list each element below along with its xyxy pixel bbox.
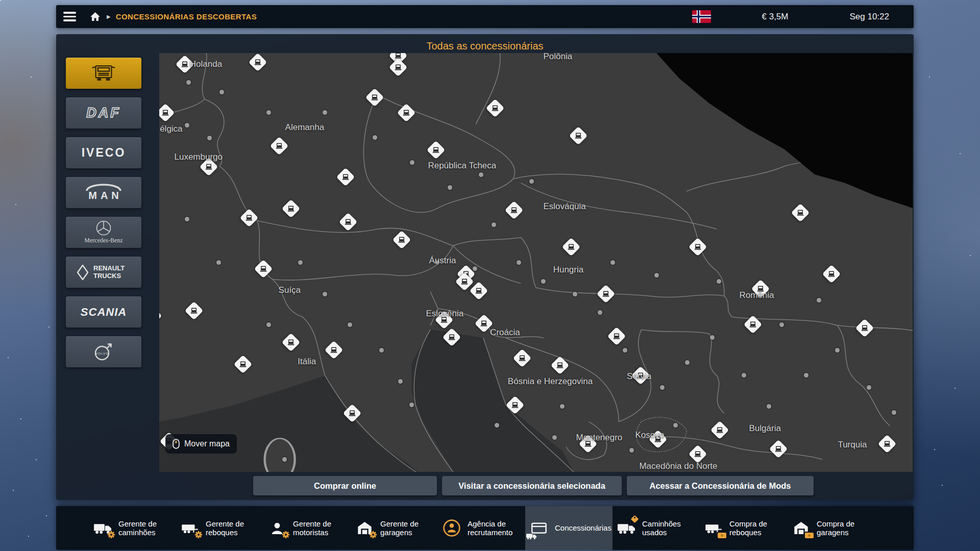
breadcrumb-chevron-icon: ▶	[107, 14, 111, 19]
city-dot	[610, 260, 615, 265]
country-label: Macedônia do Norte	[639, 461, 717, 471]
norway-flag-icon	[692, 10, 711, 23]
mod-dealer-button[interactable]: Acessar a Concessionária de Mods	[627, 476, 814, 495]
country-label: Croácia	[490, 328, 520, 338]
city-dot	[529, 179, 534, 184]
city-dot	[673, 423, 678, 428]
country-label: Polônia	[543, 53, 572, 62]
country-label: Kosovo	[635, 430, 665, 440]
iveco-logo: IVECO	[82, 146, 126, 160]
dealer-truck-icon	[749, 320, 757, 329]
tab-label: Gerente de reboques	[206, 519, 260, 537]
scania-logo: SCANIA	[81, 306, 127, 319]
dealer-truck-icon	[341, 173, 350, 181]
buy-online-button[interactable]: Comprar online	[253, 476, 437, 495]
tab-recruitment-agency[interactable]: Agência de recrutamento	[438, 506, 525, 550]
city-dot	[517, 260, 521, 265]
city-dot	[266, 322, 271, 327]
breadcrumb: CONCESSIONÁRIAS DESCOBERTAS	[116, 12, 257, 21]
country-label: Bélgica	[159, 124, 183, 134]
dealer-truck-icon	[518, 354, 526, 362]
city-dot	[398, 379, 403, 384]
city-dot	[409, 403, 414, 407]
dealer-truck-icon	[190, 307, 198, 315]
tab-trailer-purchase[interactable]: Compra de reboques	[700, 506, 787, 550]
dealer-truck-icon	[275, 142, 283, 150]
driver-manager-icon	[266, 518, 288, 538]
brand-sidebar: DAF IVECO MAN Mercedes-Benz RENAULT T	[66, 58, 141, 367]
mercedes-logo: Mercedes-Benz	[84, 220, 122, 244]
country-label: Bulgária	[749, 423, 781, 434]
dealer-truck-icon	[394, 63, 402, 71]
tab-truck-manager[interactable]: Gerente de caminhões	[89, 506, 176, 550]
brand-daf-button[interactable]: DAF	[66, 97, 141, 129]
tab-label: Gerente de motoristas	[293, 519, 348, 537]
city-dot	[298, 260, 303, 265]
city-dot	[448, 185, 452, 190]
city-dot	[742, 373, 746, 378]
time-display: Seg 10:22	[849, 12, 889, 22]
city-dot	[186, 80, 191, 85]
brand-iveco-button[interactable]: IVECO	[66, 137, 141, 168]
brand-man-button[interactable]: MAN	[66, 177, 141, 208]
brand-mercedes-button[interactable]: Mercedes-Benz	[66, 217, 141, 248]
country-label: Hungria	[553, 265, 584, 275]
city-dot	[552, 435, 557, 440]
brand-renault-button[interactable]: RENAULT TRUCKS	[66, 257, 141, 288]
dealer-truck-icon	[448, 333, 456, 341]
tab-used-trucks[interactable]: Caminhões usados	[612, 506, 700, 550]
country-label: Luxemburgo	[174, 152, 223, 162]
tab-garage-manager[interactable]: Gerente de garagens	[351, 506, 438, 550]
wallpaper-stars	[0, 0, 1, 1]
country-label: Eslováquia	[543, 202, 585, 212]
tab-driver-manager[interactable]: Gerente de motoristas	[263, 506, 351, 550]
tab-trailer-manager[interactable]: Gerente de reboques	[176, 506, 263, 550]
tab-label: Gerente de caminhões	[118, 519, 173, 537]
city-dot	[379, 348, 384, 353]
country-label: Alemanha	[285, 122, 325, 133]
country-label: Suíça	[279, 285, 301, 295]
dealer-truck-icon	[574, 132, 582, 140]
truck-front-icon	[90, 65, 117, 82]
brand-scania-button[interactable]: SCANIA	[66, 296, 141, 328]
country-label: Montenegro	[576, 433, 623, 443]
brand-volvo-button[interactable]: VOLVO	[66, 336, 141, 367]
dealer-truck-icon	[254, 58, 262, 66]
tab-garage-purchase[interactable]: Compra de garagens	[787, 506, 874, 550]
dealer-truck-icon	[259, 265, 267, 273]
country-label: Turquia	[838, 440, 867, 450]
renault-logo: RENAULT TRUCKS	[77, 265, 130, 280]
city-dot	[573, 292, 577, 296]
city-dot	[373, 135, 377, 140]
menu-icon[interactable]	[63, 10, 81, 23]
map[interactable]: HolandaPolôniaBélgicaAlemanhaLuxemburgoR…	[159, 53, 913, 472]
dealer-truck-icon	[460, 278, 469, 286]
country-label: Itália	[298, 357, 316, 367]
city-dot	[560, 404, 565, 409]
dealer-truck-icon	[861, 324, 869, 332]
money-icon	[718, 533, 726, 538]
home-icon[interactable]	[90, 12, 101, 21]
tab-label: Gerente de garagens	[380, 519, 435, 537]
tab-dealerships[interactable]: Concessionárias	[525, 506, 612, 550]
city-dot	[598, 310, 602, 315]
dealer-truck-icon	[475, 287, 483, 295]
city-dot	[216, 260, 221, 265]
dealer-truck-icon	[287, 205, 295, 213]
dealer-truck-icon	[694, 243, 702, 251]
city-dot	[629, 448, 634, 453]
dealerships-icon	[528, 518, 550, 538]
brand-all-trucks-button[interactable]	[66, 58, 141, 89]
svg-text:VOLVO: VOLVO	[95, 352, 109, 355]
dealer-truck-icon	[287, 338, 295, 346]
city-dot	[323, 110, 327, 115]
dealer-truck-icon	[348, 409, 356, 417]
daf-logo: DAF	[86, 105, 121, 121]
dealer-truck-icon	[371, 93, 379, 102]
visit-dealer-button[interactable]: Visitar a concessionária selecionada	[442, 476, 622, 495]
city-dot	[817, 298, 821, 303]
mouse-icon	[173, 439, 180, 449]
dealer-truck-icon	[480, 319, 488, 328]
money-display: € 3,5M	[762, 12, 789, 22]
country-label: Eslovênia	[426, 309, 464, 319]
